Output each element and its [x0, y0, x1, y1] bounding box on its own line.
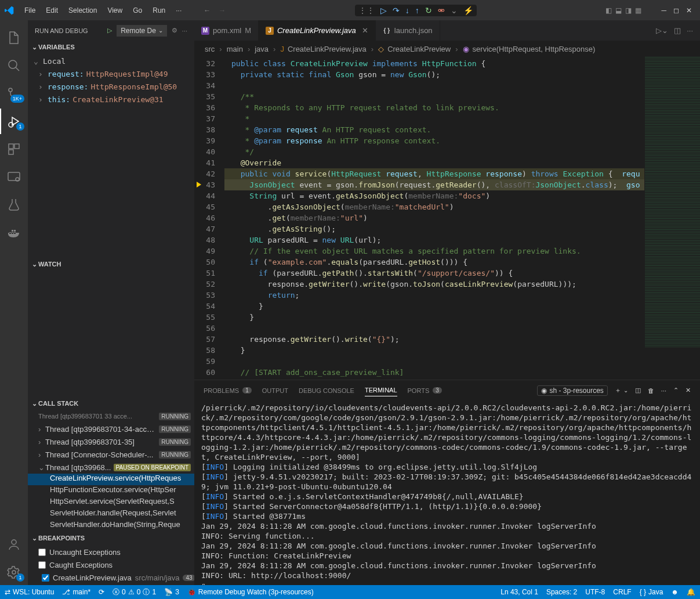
sb-ports[interactable]: 📡3	[164, 588, 179, 596]
bp-uncaught[interactable]: Uncaught Exceptions	[28, 546, 194, 558]
stack-frame[interactable]: CreateLinkPreview.service(HttpReques	[28, 474, 194, 485]
layout-customize-icon[interactable]: ▦	[635, 6, 641, 15]
activity-settings-icon[interactable]: 1	[0, 560, 28, 585]
editor-tab[interactable]: JCreateLinkPreview.java✕	[259, 20, 376, 41]
layout-panel-left-icon[interactable]: ◧	[605, 6, 612, 15]
debug-settings-icon[interactable]: ⚙	[172, 27, 177, 34]
bp-file[interactable]: CreateLinkPreview.java src/main/java 43	[28, 571, 194, 584]
thread-row[interactable]: ›Thread [qtp399683701-35]RUNNING	[28, 435, 194, 448]
menu-edit[interactable]: Edit	[41, 4, 63, 17]
menu-more[interactable]: ···	[171, 4, 186, 17]
sidebar-more-icon[interactable]: ···	[182, 27, 187, 34]
menu-view[interactable]: View	[103, 4, 127, 17]
thread-row-paused[interactable]: ⌄Thread [qtp39968...PAUSED ON BREAKPOINT	[28, 461, 194, 474]
stack-frame[interactable]: HttpServlet.service(ServletRequest,S	[28, 497, 194, 508]
debug-disconnect-icon[interactable]: ⚮	[438, 6, 445, 15]
activity-docker-icon[interactable]	[0, 220, 28, 246]
thread-row[interactable]: Thread [qtp399683701 33 acce...RUNNING	[28, 410, 194, 423]
terminal-kill-icon[interactable]: 🗑	[648, 387, 654, 394]
section-breakpoints-header[interactable]: ⌄BREAKPOINTS	[28, 532, 194, 544]
panel-tab-output[interactable]: OUTPUT	[262, 387, 288, 394]
stack-frame[interactable]: HttpFunctionExecutor.service(HttpSer	[28, 485, 194, 497]
variable-item[interactable]: ›this: CreateLinkPreview@31	[28, 93, 194, 106]
terminal-more-icon[interactable]: ···	[661, 387, 666, 394]
panel-close-icon[interactable]: ✕	[686, 387, 691, 394]
menu-run[interactable]: Run	[148, 4, 170, 17]
debug-restart-icon[interactable]: ↻	[425, 6, 432, 15]
activity-debug-icon[interactable]: 1	[0, 109, 28, 134]
activity-scm-icon[interactable]: 1K+	[0, 81, 28, 106]
run-file-icon[interactable]: ▷⌄	[656, 26, 668, 35]
sb-debug-status[interactable]: 🐞Remote Debug Watch (3p-resources)	[187, 588, 314, 596]
panel-tab-problems[interactable]: PROBLEMS1	[204, 387, 252, 394]
sb-bell-icon[interactable]: 🔔	[687, 588, 695, 596]
debug-lightning-icon[interactable]: ⚡	[463, 6, 473, 15]
variable-item[interactable]: ›request: HttpRequestImpl@49	[28, 67, 194, 80]
panel-maximize-icon[interactable]: ⌃	[673, 387, 679, 394]
editor-more-icon[interactable]: ···	[687, 26, 693, 35]
section-callstack-header[interactable]: ⌄CALL STACK	[28, 397, 194, 410]
tab-close-icon[interactable]: ✕	[362, 26, 368, 35]
sb-branch[interactable]: ⎇main*	[62, 588, 90, 596]
breadcrumb[interactable]: src› main› java› J CreateLinkPreview.jav…	[194, 41, 700, 57]
code-content[interactable]: public class CreateLinkPreview implement…	[224, 57, 644, 380]
debug-config-select[interactable]: Remote De ⌄	[117, 25, 167, 37]
sb-sync[interactable]: ⟳	[99, 588, 104, 596]
editor-tab[interactable]: Mpom.xmlM	[194, 20, 259, 41]
sb-position[interactable]: Ln 43, Col 1	[500, 588, 538, 596]
menu-go[interactable]: Go	[128, 4, 147, 17]
debug-step-over-icon[interactable]: ↷	[393, 6, 400, 15]
bp-caught[interactable]: Caught Exceptions	[28, 558, 194, 571]
activity-account-icon[interactable]	[0, 532, 28, 557]
window-minimize-icon[interactable]: ─	[661, 6, 666, 15]
layout-panel-bottom-icon[interactable]: ⬓	[615, 6, 622, 15]
minimap[interactable]	[644, 57, 700, 380]
terminal-split-icon[interactable]: ◫	[635, 387, 641, 394]
start-debug-icon[interactable]: ▷	[107, 27, 112, 34]
menu-file[interactable]: File	[20, 4, 40, 17]
debug-dropdown-icon[interactable]: ⌄	[451, 6, 458, 15]
activity-search-icon[interactable]	[0, 53, 28, 78]
sb-problems[interactable]: ⓧ0 ⚠0 ⓘ1	[113, 587, 156, 597]
debug-drag-handle-icon[interactable]: ⋮⋮	[358, 6, 375, 15]
thread-row[interactable]: ›Thread [Connector-Scheduler-...RUNNING	[28, 448, 194, 461]
activity-extensions-icon[interactable]	[0, 136, 28, 162]
sb-remote[interactable]: ⇄WSL: Ubuntu	[5, 588, 54, 596]
sb-lang[interactable]: { } Java	[640, 588, 663, 596]
panel-tab-terminal[interactable]: TERMINAL	[365, 387, 397, 396]
editor-tabs: Mpom.xmlMJCreateLinkPreview.java✕{ }laun…	[194, 20, 700, 41]
debug-step-out-icon[interactable]: ↑	[415, 6, 419, 15]
nav-forward-icon[interactable]: →	[219, 6, 226, 15]
nav-back-icon[interactable]: ←	[204, 6, 211, 15]
local-scope-item[interactable]: ⌄Local	[28, 55, 194, 67]
sb-eol[interactable]: CRLF	[613, 588, 631, 596]
window-close-icon[interactable]: ✕	[686, 6, 692, 15]
breakpoint-indicator-icon[interactable]	[197, 182, 201, 187]
section-variables-header[interactable]: ⌄VARIABLES	[28, 41, 194, 53]
section-watch-header[interactable]: ⌄WATCH	[28, 258, 194, 270]
sb-encoding[interactable]: UTF-8	[585, 588, 605, 596]
layout-panel-right-icon[interactable]: ◨	[625, 6, 632, 15]
stack-frame[interactable]: ServletHandler.doHandle(String,Reque	[28, 520, 194, 532]
activity-remote-icon[interactable]	[0, 164, 28, 190]
terminal-content[interactable]: /pierrick/.m2/repository/io/cloudevents/…	[194, 400, 700, 585]
activity-explorer-icon[interactable]	[0, 25, 28, 50]
stack-frame[interactable]: ServletHolder.handle(Request,Servlet	[28, 508, 194, 520]
window-maximize-icon[interactable]: ◻	[673, 6, 679, 15]
panel-tab-debug-console[interactable]: DEBUG CONSOLE	[299, 387, 354, 394]
terminal-new-icon[interactable]: ＋	[615, 386, 621, 395]
editor-body[interactable]: 3233343536373839404142434445464748495051…	[194, 57, 700, 380]
split-editor-icon[interactable]: ◫	[674, 26, 681, 35]
activity-testing-icon[interactable]	[0, 192, 28, 218]
debug-continue-icon[interactable]: ▷	[380, 6, 387, 15]
panel-tab-ports[interactable]: PORTS3	[408, 387, 442, 394]
variable-item[interactable]: ›response: HttpResponseImpl@50	[28, 80, 194, 93]
gutter[interactable]: 3233343536373839404142434445464748495051…	[194, 57, 224, 380]
sb-spaces[interactable]: Spaces: 2	[546, 588, 577, 596]
terminal-selector[interactable]: ◉sh - 3p-resources	[537, 385, 607, 396]
debug-step-into-icon[interactable]: ↓	[405, 6, 409, 15]
thread-row[interactable]: ›Thread [qtp399683701-34-acce...RUNNING	[28, 423, 194, 435]
sb-feedback-icon[interactable]: ☻	[671, 588, 679, 596]
editor-tab[interactable]: { }launch.json	[376, 20, 440, 41]
menu-selection[interactable]: Selection	[64, 4, 101, 17]
